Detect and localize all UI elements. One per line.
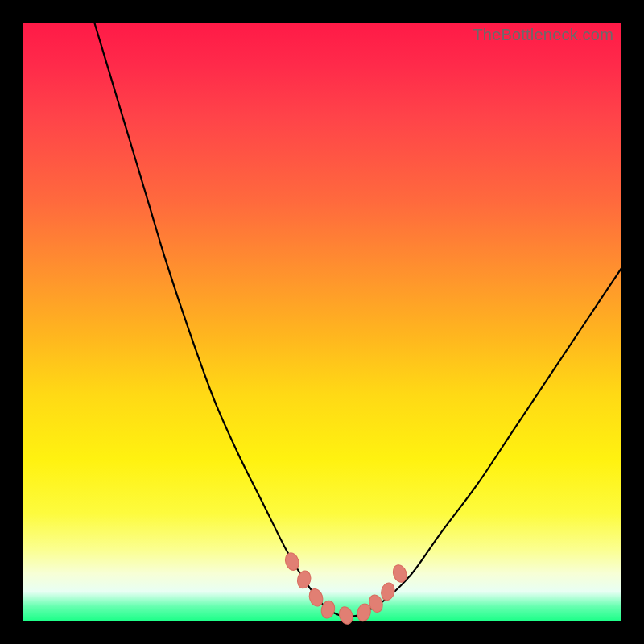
- curve-svg: [23, 23, 621, 621]
- valley-markers-group: [283, 551, 409, 626]
- plot-area: TheBottleneck.com: [23, 23, 621, 621]
- bottleneck-curve: [94, 23, 621, 617]
- chart-frame: TheBottleneck.com: [0, 0, 644, 644]
- valley-marker: [337, 605, 355, 626]
- valley-marker: [379, 581, 396, 601]
- valley-marker: [283, 551, 301, 572]
